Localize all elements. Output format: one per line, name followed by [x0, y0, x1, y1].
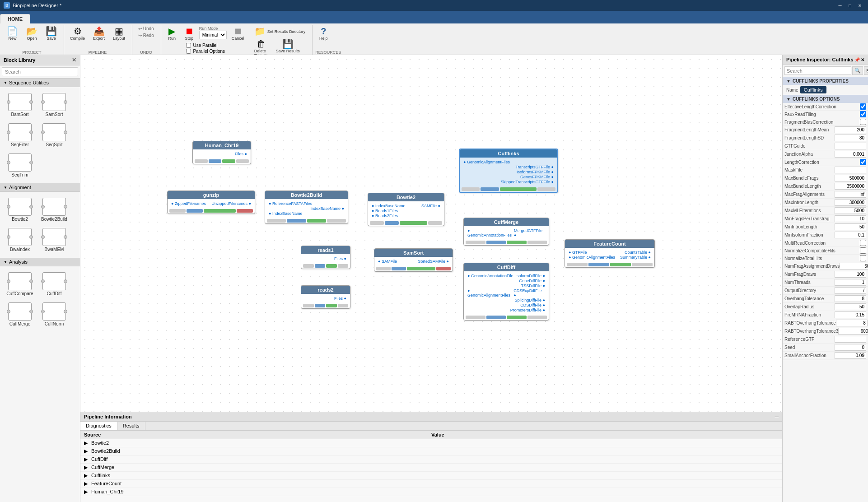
inspector-input-numfragdraws[interactable]: [835, 271, 866, 278]
inspector-input-minintronlength[interactable]: [835, 223, 866, 230]
stop-button[interactable]: ⏹ Stop: [181, 25, 197, 42]
layout-button[interactable]: ▦ Layout: [110, 25, 128, 42]
inspector-input-maxbundlelength[interactable]: [835, 183, 866, 190]
human-chr19-node[interactable]: Human_Chr19 Files ●: [192, 141, 251, 164]
table-row[interactable]: ▶ Human_Chr19: [80, 488, 782, 496]
new-button[interactable]: 📄 New: [4, 25, 21, 42]
expand-icon[interactable]: ▶: [84, 489, 91, 495]
inspector-input-overhangtolerance[interactable]: [835, 295, 866, 302]
inspector-input-premrnafraction[interactable]: [835, 311, 866, 318]
cuffcompare-block[interactable]: CuffCompare: [4, 270, 36, 298]
tab-results[interactable]: Results: [117, 422, 145, 430]
samsort-block[interactable]: SamSort: [38, 91, 70, 119]
open-button[interactable]: 📂 Open: [23, 25, 41, 42]
featurecount-node[interactable]: FeatureCount ● GTFFile CountsTable ● ● G…: [565, 239, 655, 268]
expand-icon[interactable]: ▶: [84, 440, 91, 446]
inspector-checkbox-lengthcorrection[interactable]: [860, 159, 866, 165]
tab-diagnostics[interactable]: Diagnostics: [80, 422, 117, 430]
table-row[interactable]: ▶ CuffDiff: [80, 456, 782, 464]
save-button[interactable]: 💾 Save: [42, 25, 60, 42]
bowtie2build-block[interactable]: Bowtie2Build: [38, 195, 70, 224]
run-mode-select[interactable]: Minimal Full: [199, 31, 227, 39]
cuffmerge-node[interactable]: CuffMerge ● GenomicAnnotationFiles Merge…: [463, 218, 549, 246]
inspector-layout-button[interactable]: ⊞: [864, 66, 868, 75]
inspector-checkbox-fragmentbiascorrection[interactable]: [860, 119, 866, 125]
expand-icon[interactable]: ▶: [84, 481, 91, 487]
inspector-checkbox-normalizetotalhits[interactable]: [860, 255, 866, 261]
inspector-checkbox-normalizecompatiblehits[interactable]: [860, 247, 866, 254]
cuffdiff-block[interactable]: CuffDiff: [38, 270, 70, 298]
gunzip-node[interactable]: gunzip ● ZippedFilenames UnzippedFilenam…: [167, 191, 255, 214]
expand-icon[interactable]: ▶: [84, 473, 91, 479]
inspector-input-maxmleiterations[interactable]: [835, 207, 866, 214]
inspector-pin[interactable]: 📌: [854, 57, 860, 62]
table-row[interactable]: ▶ CuffMerge: [80, 464, 782, 472]
inspector-input-minisoformfraction[interactable]: [835, 232, 866, 238]
inspector-checkbox-multireadcorrection[interactable]: [860, 240, 866, 246]
redo-button[interactable]: ↪ Redo: [135, 32, 157, 39]
inspector-input-referencegtf[interactable]: [835, 336, 866, 343]
cufflinks-node[interactable]: Cufflinks ● GenomicAlignmentFiles Transc…: [459, 149, 558, 193]
help-button[interactable]: ? Help: [315, 25, 331, 42]
table-row[interactable]: ▶ Bowtie2: [80, 439, 782, 447]
bowtie2-block[interactable]: Bowtie2: [4, 195, 36, 224]
table-row[interactable]: ▶ Cufflinks: [80, 472, 782, 480]
compile-button[interactable]: ⚙ Compile: [67, 25, 88, 42]
inspector-input-maxfragalignments[interactable]: [835, 191, 866, 198]
inspector-checkbox-effectivelengthcorrection[interactable]: [860, 103, 866, 110]
inspector-input-maxbundlefrags[interactable]: [835, 175, 866, 181]
bwaindex-block[interactable]: BwaIndex: [4, 226, 36, 254]
analysis-header[interactable]: ▼ Analysis: [0, 258, 80, 266]
inspector-input-fragmentlengthsd[interactable]: [835, 135, 866, 141]
bottom-panel-close[interactable]: ─: [775, 414, 779, 420]
seqsplit-block[interactable]: SeqSplit: [38, 121, 70, 149]
inspector-input-rabtoverhangtolerance[interactable]: [836, 320, 868, 326]
inspector-input-minfragspertransfrag[interactable]: [835, 215, 866, 222]
inspector-input-numthreads[interactable]: [835, 279, 866, 286]
cuffnorm-block[interactable]: CuffNorm: [38, 300, 70, 329]
inspector-input-maxintronlength[interactable]: [835, 199, 866, 206]
inspector-input-maskfile[interactable]: [835, 167, 866, 173]
inspector-input-gtfguide[interactable]: [835, 143, 866, 149]
sequence-utilities-header[interactable]: ▼ Sequence Utilities: [0, 79, 80, 87]
window-controls[interactable]: ─ □ ✕: [835, 2, 864, 9]
inspector-search-button[interactable]: 🔍: [852, 66, 863, 75]
inspector-input-numfragassignmentdraws[interactable]: [840, 263, 868, 270]
reads1-node[interactable]: reads1 Files ●: [301, 246, 350, 269]
undo-button[interactable]: ↩ Undo: [135, 25, 157, 32]
cuffmerge-block[interactable]: CuffMerge: [4, 300, 36, 329]
reads2-node[interactable]: reads2 Files ●: [301, 285, 350, 309]
inspector-input-rabtoverhangtolerance3[interactable]: [838, 328, 868, 335]
samsort-node[interactable]: SamSort ● SAMFile SortedSAMFile ●: [374, 248, 453, 272]
table-row[interactable]: ▶ FeatureCount: [80, 480, 782, 488]
expand-icon[interactable]: ▶: [84, 456, 91, 462]
pipeline-canvas[interactable]: Human_Chr19 Files ● gunzip: [80, 55, 782, 412]
expand-icon[interactable]: ▶: [84, 465, 91, 470]
run-button[interactable]: ▶ Run: [164, 25, 180, 42]
inspector-input-overlapradius[interactable]: [835, 303, 866, 310]
seqfilter-block[interactable]: SeqFilter: [4, 121, 36, 149]
expand-icon[interactable]: ▶: [84, 448, 91, 454]
maximize-button[interactable]: □: [845, 2, 854, 9]
set-results-dir-button[interactable]: 📁 Set Results Directory: [251, 25, 309, 37]
minimize-button[interactable]: ─: [835, 2, 845, 9]
inspector-input-seed[interactable]: [835, 344, 866, 351]
use-parallel-checkbox[interactable]: [186, 43, 191, 48]
inspector-input-smallanchorfraction[interactable]: [835, 352, 866, 359]
inspector-close[interactable]: ✕: [861, 57, 864, 62]
bamsort-block[interactable]: BamSort: [4, 91, 36, 119]
tab-home[interactable]: HOME: [0, 14, 30, 23]
bowtie2build-node[interactable]: Bowtie2Build ● ReferenceFASTAFiles Index…: [265, 191, 348, 224]
bwamem-block[interactable]: BwaMEM: [38, 226, 70, 254]
inspector-checkbox-fauxreadtiling[interactable]: [860, 111, 866, 117]
block-library-close[interactable]: ✕: [72, 57, 76, 63]
cancel-button[interactable]: ⏹ Cancel: [229, 25, 247, 42]
search-input[interactable]: [2, 67, 78, 76]
inspector-input-junctionalpha[interactable]: [835, 151, 866, 158]
seqtrim-block[interactable]: SeqTrim: [4, 151, 36, 180]
alignment-header[interactable]: ▼ Alignment: [0, 183, 80, 192]
cuffdiff-node[interactable]: CuffDiff ● GenomicAnnotationFile Isoform…: [463, 263, 549, 321]
table-row[interactable]: ▶ Bowtie2Build: [80, 447, 782, 456]
inspector-input-fragmentlengthmean[interactable]: [835, 126, 866, 133]
parallel-options-checkbox[interactable]: [186, 49, 191, 54]
